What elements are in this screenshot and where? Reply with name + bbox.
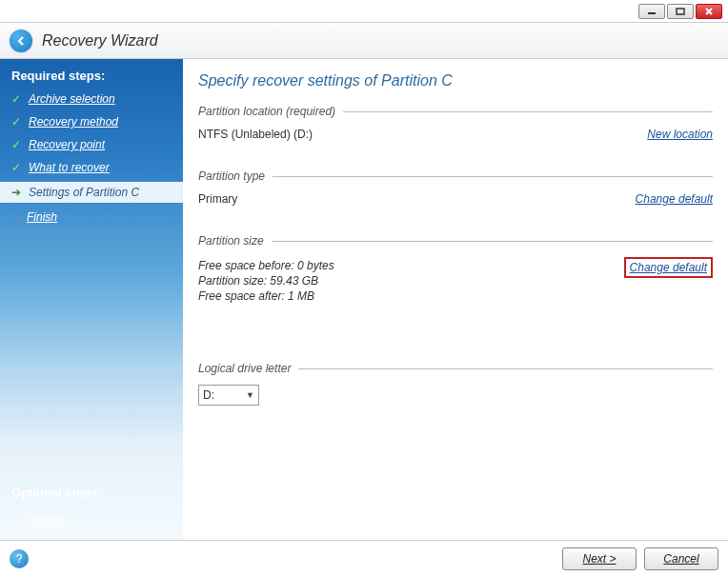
minimize-button[interactable] [638,4,665,19]
partition-size-values: Free space before: 0 bytes Partition siz… [198,257,334,305]
wizard-header: Recovery Wizard [0,23,728,59]
section-heading: Logical drive letter [198,362,291,375]
maximize-button[interactable] [667,4,694,19]
partition-type-value: Primary [198,192,237,206]
check-icon: ✓ [11,115,23,129]
optional-steps: Optional steps: Options [11,486,102,526]
section-logical-drive-letter: Logical drive letter D: ▼ [198,362,713,406]
step-label: Finish [27,210,57,224]
step-recovery-point[interactable]: ✓ Recovery point [11,136,172,153]
section-partition-size: Partition size Free space before: 0 byte… [198,234,713,305]
drive-letter-value: D: [203,388,214,402]
section-heading: Partition type [198,169,265,183]
new-location-link[interactable]: New location [647,128,713,141]
required-steps-heading: Required steps: [11,69,172,83]
section-heading: Partition location (required) [198,105,335,118]
change-default-size-link[interactable]: Change default [630,261,707,274]
change-default-type-link[interactable]: Change default [636,192,713,206]
section-heading: Partition size [198,234,264,248]
partition-location-value: NTFS (Unlabeled) (D:) [198,128,313,141]
step-label: Settings of Partition C [29,186,139,199]
optional-steps-heading: Optional steps: [11,486,102,500]
options-link[interactable]: Options [27,513,66,526]
section-partition-type: Partition type Primary Change default [198,169,713,206]
step-label: What to recover [29,161,110,174]
step-finish[interactable]: Finish [11,209,172,226]
wizard-title: Recovery Wizard [42,32,158,50]
main-panel: Specify recover settings of Partition C … [183,59,728,540]
help-button[interactable]: ? [10,549,29,568]
footer: ? Next > Cancel [0,540,728,576]
partition-size-value: Partition size: 59.43 GB [198,274,334,288]
chevron-down-icon: ▼ [246,390,254,400]
divider [298,368,713,369]
step-settings-partition-c[interactable]: ➔ Settings of Partition C [0,182,183,203]
arrow-right-icon: ➔ [11,186,23,199]
next-button[interactable]: Next > [562,547,637,570]
change-default-size-highlight: Change default [624,257,713,278]
divider [273,176,713,177]
step-label: Recovery method [29,115,118,129]
divider [343,111,713,112]
check-icon: ✓ [11,138,23,151]
drive-letter-select[interactable]: D: ▼ [198,385,259,406]
check-icon: ✓ [11,161,23,174]
step-label: Recovery point [29,138,105,151]
step-archive-selection[interactable]: ✓ Archive selection [11,90,172,108]
close-button[interactable] [696,4,722,19]
step-recovery-method[interactable]: ✓ Recovery method [11,113,172,130]
section-partition-location: Partition location (required) NTFS (Unla… [198,105,713,141]
sidebar: Required steps: ✓ Archive selection ✓ Re… [0,59,183,540]
body: Required steps: ✓ Archive selection ✓ Re… [0,59,728,540]
titlebar [0,0,728,23]
back-button[interactable] [10,30,32,52]
step-label: Archive selection [29,92,115,106]
svg-rect-1 [677,9,684,14]
free-space-before: Free space before: 0 bytes [198,259,334,272]
free-space-after: Free space after: 1 MB [198,289,334,303]
cancel-button[interactable]: Cancel [644,547,718,570]
divider [272,241,713,242]
check-icon: ✓ [11,92,23,106]
step-what-to-recover[interactable]: ✓ What to recover [11,159,172,176]
page-title: Specify recover settings of Partition C [198,72,713,89]
